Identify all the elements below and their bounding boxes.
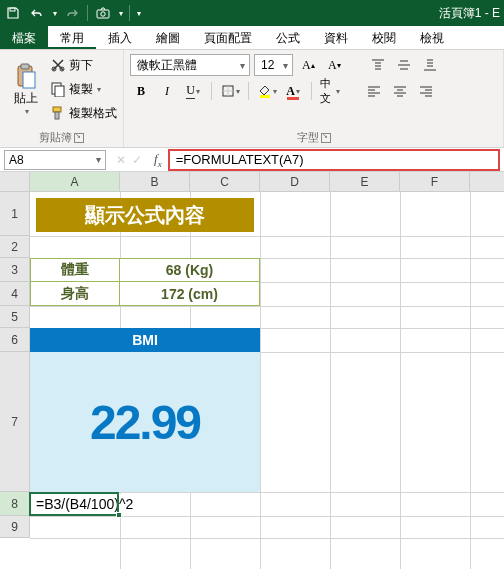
group-clipboard: 貼上 ▾ 剪下 複製▾ 複製格式 剪貼簿 (0, 50, 124, 147)
redo-button[interactable] (63, 4, 81, 22)
svg-point-2 (101, 12, 105, 16)
camera-icon[interactable] (94, 4, 112, 22)
cut-label: 剪下 (69, 57, 93, 74)
row-header-9[interactable]: 9 (0, 516, 30, 538)
align-center-button[interactable] (389, 80, 411, 102)
tab-draw[interactable]: 繪圖 (144, 26, 192, 49)
tab-view[interactable]: 檢視 (408, 26, 456, 49)
undo-button[interactable] (28, 4, 46, 22)
row-header-2[interactable]: 2 (0, 236, 30, 258)
align-bottom-button[interactable] (419, 54, 441, 76)
paste-dropdown[interactable]: ▾ (25, 107, 29, 116)
col-header-f[interactable]: F (400, 172, 470, 191)
svg-rect-0 (10, 8, 15, 11)
svg-rect-13 (260, 95, 270, 98)
col-header-b[interactable]: B (120, 172, 190, 191)
svg-rect-4 (21, 64, 29, 69)
col-header-c[interactable]: C (190, 172, 260, 191)
underline-button[interactable]: U (182, 80, 204, 102)
font-name-value: 微軟正黑體 (137, 57, 197, 74)
copy-button[interactable]: 複製▾ (50, 78, 117, 100)
tab-file[interactable]: 檔案 (0, 26, 48, 49)
align-middle-button[interactable] (393, 54, 415, 76)
tab-formulas[interactable]: 公式 (264, 26, 312, 49)
format-painter-button[interactable]: 複製格式 (50, 102, 117, 124)
tab-insert[interactable]: 插入 (96, 26, 144, 49)
border-button[interactable] (219, 80, 241, 102)
cell-bmi-label[interactable]: BMI (30, 328, 260, 352)
col-header-d[interactable]: D (260, 172, 330, 191)
col-header-a[interactable]: A (30, 172, 120, 191)
svg-rect-11 (55, 112, 59, 119)
clipboard-launcher[interactable] (74, 133, 84, 143)
cell-a8-content[interactable]: =B3/(B4/100)^2 (32, 494, 137, 514)
fill-handle[interactable] (116, 512, 122, 518)
col-header-e[interactable]: E (330, 172, 400, 191)
row-header-4[interactable]: 4 (0, 282, 30, 306)
undo-dropdown[interactable]: ▾ (53, 9, 57, 18)
svg-rect-10 (53, 107, 61, 112)
format-painter-label: 複製格式 (69, 105, 117, 122)
qat-customize[interactable]: ▾ (137, 9, 141, 18)
group-font: 微軟正黑體 12 A▴ A▾ B I U A 中文 (124, 50, 504, 147)
select-all-corner[interactable] (0, 172, 30, 191)
row-header-1[interactable]: 1 (0, 192, 30, 236)
ribbon: 貼上 ▾ 剪下 複製▾ 複製格式 剪貼簿 (0, 50, 504, 148)
phonetic-button[interactable]: 中文 (319, 80, 341, 102)
ribbon-tabs: 檔案 常用 插入 繪圖 頁面配置 公式 資料 校閱 檢視 (0, 26, 504, 50)
svg-rect-9 (55, 86, 64, 97)
window-title: 活頁簿1 - E (439, 5, 500, 22)
formula-bar[interactable]: =FORMULATEXT(A7) (168, 149, 500, 171)
tab-home[interactable]: 常用 (48, 26, 96, 49)
svg-rect-1 (97, 10, 109, 18)
row-header-8[interactable]: 8 (0, 492, 30, 516)
font-size-value: 12 (261, 58, 274, 72)
cancel-formula-button[interactable]: ✕ (116, 153, 126, 167)
font-name-select[interactable]: 微軟正黑體 (130, 54, 250, 76)
row-header-3[interactable]: 3 (0, 258, 30, 282)
fill-color-button[interactable] (256, 80, 278, 102)
formula-bar-value: =FORMULATEXT(A7) (176, 152, 304, 167)
cut-button[interactable]: 剪下 (50, 54, 117, 76)
tab-layout[interactable]: 頁面配置 (192, 26, 264, 49)
align-right-button[interactable] (415, 80, 437, 102)
cell-bmi-value[interactable]: 22.99 (30, 352, 260, 492)
italic-button[interactable]: I (156, 80, 178, 102)
svg-rect-5 (23, 72, 35, 88)
row-header-6[interactable]: 6 (0, 328, 30, 352)
cell-weight-label[interactable]: 體重 (30, 258, 120, 282)
bold-button[interactable]: B (130, 80, 152, 102)
cell-height-label[interactable]: 身高 (30, 281, 120, 306)
paste-label: 貼上 (14, 90, 38, 107)
name-box-value: A8 (9, 153, 24, 167)
save-button[interactable] (4, 4, 22, 22)
name-box[interactable]: A8 (4, 150, 106, 170)
enter-formula-button[interactable]: ✓ (132, 153, 142, 167)
font-launcher[interactable] (321, 133, 331, 143)
formula-bar-row: A8 ✕ ✓ fx =FORMULATEXT(A7) (0, 148, 504, 172)
copy-label: 複製 (69, 81, 93, 98)
align-left-button[interactable] (363, 80, 385, 102)
camera-dropdown[interactable]: ▾ (119, 9, 123, 18)
decrease-font-button[interactable]: A▾ (323, 54, 345, 76)
clipboard-group-label: 剪貼簿 (39, 130, 72, 145)
font-group-label: 字型 (297, 130, 319, 145)
titlebar: ▾ ▾ ▾ 活頁簿1 - E (0, 0, 504, 26)
row-header-5[interactable]: 5 (0, 306, 30, 328)
paste-button[interactable]: 貼上 ▾ (6, 54, 46, 124)
tab-review[interactable]: 校閱 (360, 26, 408, 49)
fx-icon[interactable]: fx (148, 151, 168, 169)
banner-title: 顯示公式內容 (36, 198, 254, 232)
cell-height-value[interactable]: 172 (cm) (119, 281, 260, 306)
increase-font-button[interactable]: A▴ (297, 54, 319, 76)
worksheet-grid[interactable]: A B C D E F 1 2 3 4 5 6 7 8 9 顯 (0, 172, 504, 569)
font-color-button[interactable]: A (282, 80, 304, 102)
align-top-button[interactable] (367, 54, 389, 76)
font-size-select[interactable]: 12 (254, 54, 293, 76)
row-header-7[interactable]: 7 (0, 352, 30, 492)
cell-weight-value[interactable]: 68 (Kg) (119, 258, 260, 282)
tab-data[interactable]: 資料 (312, 26, 360, 49)
